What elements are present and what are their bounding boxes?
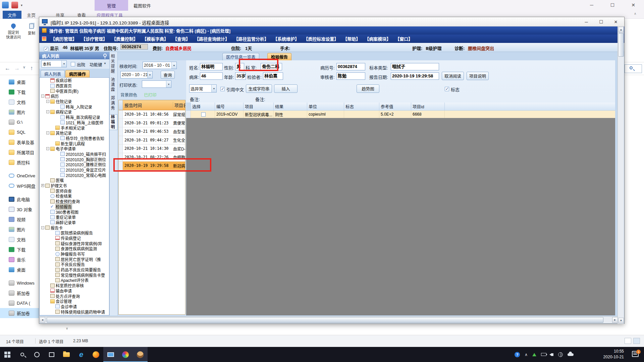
sidebar-item-新加卷[interactable]: 新加卷	[0, 308, 39, 318]
tree-item[interactable]: -报告卡	[40, 225, 109, 230]
rdp-close-button[interactable]: ✕	[609, 18, 623, 26]
tree-item[interactable]: 20201020_胸部正侧位	[40, 157, 109, 162]
collapse-icon[interactable]: -	[41, 95, 44, 98]
maximize-button[interactable]: ☐	[605, 0, 620, 10]
tree-item[interactable]: 20201020_常规心电图	[40, 172, 109, 178]
sidebar-item-表单及基[interactable]: 表单及基	[0, 137, 39, 147]
menu-item[interactable]: 【系统维护】	[273, 36, 299, 42]
tree-item[interactable]: 360患者视图	[40, 209, 109, 215]
tree-item[interactable]: 传染病登记	[40, 236, 109, 241]
tree-item[interactable]: 20201020_磁共振平扫	[40, 152, 109, 157]
chevron-down-icon[interactable]: ▼	[104, 62, 106, 65]
scroll-up-icon[interactable]: ▲	[618, 27, 624, 33]
minimize-button[interactable]: ─	[584, 0, 599, 10]
sidebar-item-桌面[interactable]: 桌面	[0, 77, 39, 87]
tab-file[interactable]: 文件	[3, 11, 21, 19]
column-header[interactable]: 结果	[274, 103, 307, 111]
tree-item[interactable]: -病历	[40, 94, 109, 99]
report-row[interactable]: 2020-10-21 10:48:56尿常规	[119, 110, 185, 119]
ribbon-expand-icon[interactable]: ∧	[634, 12, 636, 15]
menu-item[interactable]: 【路径查询统计】	[195, 36, 229, 42]
tree-item[interactable]: -其他记录	[40, 130, 109, 136]
file-explorer-icon[interactable]	[59, 347, 74, 362]
menu-item[interactable]: 【病案模块】	[365, 36, 391, 42]
manage-contextual-tab[interactable]: 管理	[95, 0, 128, 11]
tree-item[interactable]: 会诊申请	[40, 304, 109, 309]
tree-item[interactable]: 杨华玲_住院患者告知	[40, 136, 109, 141]
tree-item[interactable]: 特殊使用级抗菌药物申请	[40, 309, 109, 314]
sidebar-item-文档[interactable]: 文档	[0, 234, 39, 244]
sidebar-item-Windows[interactable]: Windows	[0, 278, 39, 288]
sidebar-item-3D 对象[interactable]: 3D 对象	[0, 204, 39, 214]
tree-item[interactable]: 重症记录单	[40, 215, 109, 220]
menu-item[interactable]: 【查询】	[173, 36, 190, 42]
rdp-titlebar[interactable]: [临时1 IP 129-1-20-91] - 129.1.20.120:3389…	[39, 17, 624, 26]
sidebar-item-OneDrive[interactable]: OneDrive	[0, 171, 39, 181]
tree-item[interactable]: 常见慢性病病例报告卡登	[40, 272, 109, 278]
menu-item[interactable]: 【诊疗管理】	[81, 36, 107, 42]
item-name-header[interactable]: 项目名称	[173, 102, 185, 108]
menu-item[interactable]: 【质量控制】	[112, 36, 138, 42]
age-field[interactable]: 35岁	[235, 72, 246, 80]
up-icon[interactable]: ↑	[30, 65, 33, 72]
details-view-button[interactable]	[625, 338, 631, 344]
tree-item[interactable]: 医师自查	[40, 188, 109, 193]
report-row[interactable]: 2020-10-21 09:44:27生化全套检查...	[119, 136, 185, 145]
sidebar-item-WPS网盘[interactable]: WPS网盘	[0, 181, 39, 191]
sidebar-item-DATA ([interactable]: DATA (	[0, 298, 39, 308]
generate-string-button[interactable]: 生成字符串	[246, 84, 272, 93]
tree-item[interactable]: 药品不良反应简要报告	[40, 267, 109, 273]
sidebar-item-所属项目[interactable]: 所属项目	[0, 147, 39, 157]
bed-field[interactable]: 46	[200, 72, 223, 80]
report-row[interactable]: 2020-10-21 10:14:30血浆D-Di+FDP...	[119, 144, 185, 153]
row-checkbox[interactable]	[201, 112, 206, 117]
search-input[interactable]	[625, 64, 642, 73]
tree-item[interactable]: 居民死亡医学证明（推	[40, 256, 109, 262]
report-time-header[interactable]: 报告时间	[123, 102, 173, 108]
scroll-left-icon[interactable]: ◄	[40, 317, 45, 323]
tree-item[interactable]: 医嘱	[40, 178, 109, 183]
tab-home[interactable]: 主页	[27, 12, 36, 18]
tree-item[interactable]: 韩海_首次病程记录	[40, 115, 109, 120]
name-field[interactable]: 林福明	[200, 63, 223, 70]
department-select[interactable]: 本科 ▼	[41, 60, 67, 67]
function-keys-button[interactable]: 功能键	[90, 61, 102, 68]
column-header[interactable]: 项目id	[411, 103, 445, 111]
cortana-icon[interactable]	[30, 347, 44, 362]
pin-to-quick-access-button[interactable]: 固定到 快速访问	[3, 23, 23, 40]
tree-item[interactable]: 肿瘤报告书写	[40, 251, 109, 257]
report-row[interactable]: 2020-10-21 09:01:23粪便常规	[119, 119, 185, 128]
sidebar-scroll-down-icon[interactable]: ∨	[66, 326, 68, 330]
tree-item[interactable]: 医院感染病例报告	[40, 230, 109, 236]
tree-item[interactable]: 20201020_腰椎正侧位	[40, 162, 109, 167]
tree-item[interactable]: 不良反应报告	[40, 262, 109, 267]
collapse-icon[interactable]: -	[46, 110, 49, 113]
collapse-icon[interactable]: -	[46, 131, 49, 134]
tree-item[interactable]: -电子申请单	[40, 146, 109, 152]
chevron-down-icon[interactable]: ▾	[21, 3, 22, 7]
green-status-icon[interactable]	[532, 353, 536, 356]
admission-no-field[interactable]: 00362874	[120, 44, 148, 50]
trend-chart-button[interactable]: 趋势图	[357, 84, 379, 93]
tree-item[interactable]: -病程记录	[40, 109, 109, 115]
tree-item[interactable]: 疑似食源性异常病例/异	[40, 241, 109, 246]
column-header[interactable]: 参考值	[379, 103, 411, 111]
tree-item[interactable]: 新生婴儿病程	[40, 141, 109, 146]
auditor-field[interactable]: 陈勉	[336, 72, 365, 80]
paint-app-taskbar-icon[interactable]	[118, 347, 133, 362]
expand-icon[interactable]: +	[41, 184, 44, 187]
firefox-icon[interactable]	[89, 347, 103, 362]
hidden-icons-chevron[interactable]: ∧	[525, 352, 528, 357]
insert-button[interactable]: 插入	[274, 84, 298, 93]
volume-icon[interactable]	[551, 353, 553, 356]
tree-item[interactable]: 中医首页(新)	[40, 88, 109, 94]
copy-button[interactable]: 复制	[25, 23, 38, 36]
patient-name-tab[interactable]: 林福明	[110, 114, 117, 130]
tree-item[interactable]: 检查结果	[40, 193, 109, 199]
tree-item[interactable]: -住院记录	[40, 99, 109, 104]
tree-item[interactable]: 处方点评查询	[40, 293, 109, 299]
tree-item[interactable]: 检查预约查询	[40, 199, 109, 204]
show-checkbox[interactable]	[44, 47, 48, 51]
tree-item[interactable]: 会诊管理	[40, 299, 109, 304]
sidebar-item-文档[interactable]: 文档	[0, 97, 39, 107]
